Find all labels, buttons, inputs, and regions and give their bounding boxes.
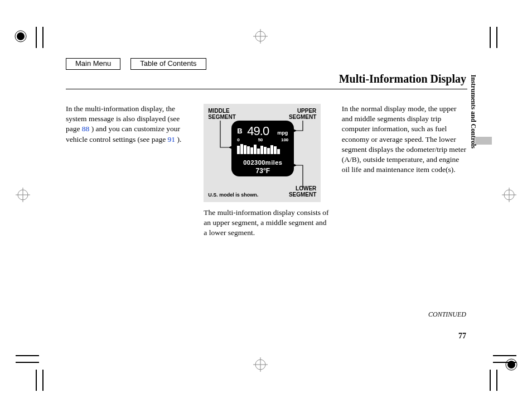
crop-mark xyxy=(42,27,43,48)
section-tab-block xyxy=(475,137,492,145)
lcd-screen: B 49.0 mpg 0 50 100 00230 xyxy=(231,121,294,176)
page-link-91[interactable]: 91 xyxy=(168,135,176,143)
lcd-trip-letter: B xyxy=(237,126,242,136)
crop-mark xyxy=(493,355,516,356)
page-title: Multi-Information Display xyxy=(66,73,467,89)
crop-mark xyxy=(490,370,491,391)
registration-mark-icon xyxy=(502,188,516,202)
body-text: In the normal display mode, the upper an… xyxy=(342,104,466,174)
registration-mark-icon xyxy=(16,188,30,202)
crop-mark xyxy=(493,362,516,363)
column-2: MIDDLE SEGMENT UPPER SEGMENT LOWER SEGME… xyxy=(204,104,329,238)
registration-mark-icon xyxy=(504,357,519,372)
display-figure: MIDDLE SEGMENT UPPER SEGMENT LOWER SEGME… xyxy=(204,104,321,202)
continued-label: CONTINUED xyxy=(428,310,466,319)
crop-mark xyxy=(36,370,37,391)
nav-bar: Main Menu Table of Contents xyxy=(66,58,206,70)
body-text: ). xyxy=(177,135,181,143)
toc-button[interactable]: Table of Contents xyxy=(130,58,206,70)
crop-mark xyxy=(16,355,39,356)
column-3: In the normal display mode, the upper an… xyxy=(342,104,467,238)
registration-mark-icon xyxy=(13,29,28,44)
crop-mark xyxy=(16,362,39,363)
crop-mark xyxy=(496,370,497,391)
lcd-bar-graph xyxy=(237,143,288,154)
crop-mark xyxy=(36,27,37,48)
section-tab-label: Instruments and Controls xyxy=(469,75,477,149)
page-link-88[interactable]: 88 xyxy=(82,125,90,133)
svg-point-1 xyxy=(17,32,25,40)
lcd-odometer: 002300miles xyxy=(231,159,294,167)
registration-mark-icon xyxy=(253,357,268,372)
column-1: In the multi-information display, the sy… xyxy=(66,104,191,238)
lcd-mpg-unit: mpg xyxy=(277,130,288,136)
registration-mark-icon xyxy=(253,29,268,44)
page-number: 77 xyxy=(458,332,466,341)
lcd-temperature: 73°F xyxy=(231,166,294,175)
crop-mark xyxy=(490,27,491,48)
crop-mark xyxy=(496,27,497,48)
crop-mark xyxy=(42,370,43,391)
title-rule xyxy=(66,89,467,89)
figure-caption: The multi-information display consists o… xyxy=(204,208,329,238)
main-menu-button[interactable]: Main Menu xyxy=(66,58,120,70)
